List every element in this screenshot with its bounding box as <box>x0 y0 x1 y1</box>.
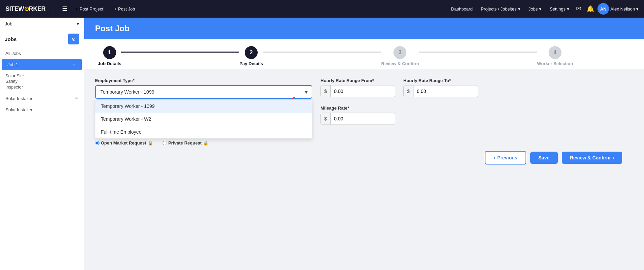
job-type-radio-group: Open Market Request 🔒 Private Request 🔒 <box>95 140 633 146</box>
private-request-lock-icon: 🔒 <box>203 140 208 146</box>
sidebar-section-title: Jobs <box>5 36 17 42</box>
mail-icon[interactable]: ✉ <box>576 5 581 13</box>
step-1-circle: 1 <box>103 46 116 59</box>
username-label[interactable]: Alex Neilson <box>610 6 639 12</box>
hourly-rate-from-group: Hourly Rate Range From* $ <box>320 78 395 97</box>
private-request-label[interactable]: Private Request 🔒 <box>163 140 208 146</box>
settings-label: Settings <box>550 6 566 12</box>
hourly-rate-from-input-wrapper: $ <box>320 85 395 97</box>
mileage-rate-input[interactable] <box>331 113 378 124</box>
previous-chevron-icon <box>494 155 495 160</box>
review-confirm-button[interactable]: Review & Confirm <box>562 152 622 164</box>
projects-jobsites-link[interactable]: Projects / Jobsites <box>477 5 524 13</box>
step-2: 2 Pay Details <box>239 46 263 66</box>
projects-jobsites-label: Projects / Jobsites <box>481 6 517 12</box>
step-4: 4 Worker Selection <box>537 46 573 66</box>
top-navigation: SITEW⊙RKER ☰ + Post Project + Post Job D… <box>0 0 644 18</box>
stepper-container: 1 Job Details 2 Pay Details 3 <box>84 39 644 70</box>
employment-type-label: Employment Type* <box>95 78 312 83</box>
edit-icon: ✏ <box>73 62 76 67</box>
avatar[interactable]: AN <box>597 3 609 15</box>
step-line-1-2 <box>121 52 239 53</box>
filter-icon: ⊘ <box>72 36 76 42</box>
employment-type-dropdown: Temporary Worker - 1099 Temporary Worker… <box>95 99 312 139</box>
dropdown-option-w2[interactable]: Temporary Worker - W2 <box>95 113 312 126</box>
mileage-rate-input-wrapper: $ <box>320 113 395 125</box>
sidebar-item-label: Job 1 <box>7 62 18 67</box>
bottom-action-bar: Previous Save Review & Confirm <box>95 146 633 170</box>
sidebar-item-solar-site-safety-inspector[interactable]: Solar SiteSafetyInspector <box>0 70 84 93</box>
sidebar-item-solar-installer-2[interactable]: Solar Installer <box>0 104 84 115</box>
dropdown-option-1099[interactable]: Temporary Worker - 1099 <box>95 100 312 113</box>
main-layout: Job Jobs ⊘ All Jobs Job 1 ✏ Solar SiteSa… <box>0 18 644 270</box>
dashboard-link[interactable]: Dashboard <box>448 5 476 13</box>
step-1-label: Job Details <box>98 61 121 66</box>
sidebar-item-label: All Jobs <box>5 51 21 56</box>
avatar-initials: AN <box>600 6 607 12</box>
jobs-link[interactable]: Jobs <box>525 5 545 13</box>
form-area: Employment Type* Temporary Worker - 1099… <box>84 70 644 254</box>
hourly-rate-to-input-wrapper: $ <box>403 85 478 97</box>
jobs-chevron-icon <box>539 6 541 12</box>
hourly-rate-to-input[interactable] <box>413 85 461 97</box>
open-market-radio[interactable] <box>95 141 99 145</box>
employment-type-select[interactable]: Temporary Worker - 1099 <box>95 85 312 99</box>
dollar-sign-mileage: $ <box>321 113 331 124</box>
bell-icon[interactable]: 🔔 <box>587 5 594 13</box>
nav-links: Dashboard Projects / Jobsites Jobs Setti… <box>448 3 639 15</box>
hourly-rate-to-group: Hourly Rate Range To* $ <box>403 78 478 97</box>
sidebar-header: Jobs ⊘ <box>0 30 84 48</box>
sidebar-items-list: All Jobs Job 1 ✏ Solar SiteSafetyInspect… <box>0 48 84 115</box>
sidebar-item-label: Solar Installer <box>5 96 32 101</box>
open-market-lock-icon: 🔒 <box>148 140 153 146</box>
settings-link[interactable]: Settings <box>546 5 573 13</box>
review-chevron-icon <box>612 155 614 160</box>
filter-button[interactable]: ⊘ <box>68 34 79 44</box>
page-title: Post Job <box>95 24 633 33</box>
step-3-label: Review & Confirm <box>381 61 419 66</box>
jobs-label: Jobs <box>529 6 538 12</box>
form-row-1: Employment Type* Temporary Worker - 1099… <box>95 78 633 99</box>
main-content: Post Job 1 Job Details 2 Pay Detail <box>84 18 644 270</box>
previous-button[interactable]: Previous <box>485 151 526 165</box>
mileage-rate-label: Mileage Rate* <box>320 105 395 111</box>
hourly-rate-to-label: Hourly Rate Range To* <box>403 78 478 83</box>
projects-chevron-icon <box>518 6 520 12</box>
sidebar-item-label: Solar Installer <box>5 107 32 112</box>
sidebar-dropdown-chevron-icon <box>77 21 79 26</box>
step-3-circle: 3 <box>393 46 406 59</box>
step-line-2-3 <box>263 52 381 53</box>
mileage-rate-group: Mileage Rate* $ <box>320 105 395 125</box>
step-2-label: Pay Details <box>239 61 263 66</box>
employment-type-select-wrapper: Temporary Worker - 1099 Temporary Worker… <box>95 85 312 99</box>
settings-chevron-icon <box>567 6 569 12</box>
sidebar-item-job-1[interactable]: Job 1 ✏ <box>2 59 82 70</box>
user-chevron-icon <box>636 6 639 12</box>
logo-text: SITEW⊙RKER <box>5 5 45 13</box>
dropdown-option-fulltime[interactable]: Full-time Employee <box>95 126 312 138</box>
sidebar-dropdown[interactable]: Job <box>0 18 84 30</box>
step-3: 3 Review & Confirm <box>381 46 419 66</box>
step-4-label: Worker Selection <box>537 61 573 66</box>
sidebar: Job Jobs ⊘ All Jobs Job 1 ✏ Solar SiteSa… <box>0 18 84 270</box>
stepper: 1 Job Details 2 Pay Details 3 <box>98 46 573 66</box>
step-4-circle: 4 <box>549 46 562 59</box>
save-button[interactable]: Save <box>530 152 558 164</box>
step-1: 1 Job Details <box>98 46 121 66</box>
sidebar-item-solar-installer-1[interactable]: Solar Installer ✏ <box>0 93 84 104</box>
sidebar-item-label: Solar SiteSafetyInspector <box>5 73 24 90</box>
sidebar-dropdown-label: Job <box>5 21 13 26</box>
edit-icon: ✏ <box>75 96 78 101</box>
step-2-circle: 2 <box>245 46 258 59</box>
post-project-button[interactable]: + Post Project <box>73 5 106 13</box>
dollar-sign-to: $ <box>404 85 413 97</box>
private-request-radio[interactable] <box>163 141 167 145</box>
site-logo[interactable]: SITEW⊙RKER <box>5 5 45 13</box>
post-job-nav-button[interactable]: + Post Job <box>111 5 138 13</box>
post-job-header: Post Job <box>84 18 644 39</box>
open-market-label[interactable]: Open Market Request 🔒 <box>95 140 153 146</box>
hourly-rate-from-input[interactable] <box>331 85 378 97</box>
hamburger-menu-icon[interactable]: ☰ <box>62 5 68 13</box>
employment-type-group: Employment Type* Temporary Worker - 1099… <box>95 78 312 99</box>
sidebar-item-all-jobs[interactable]: All Jobs <box>0 48 84 59</box>
